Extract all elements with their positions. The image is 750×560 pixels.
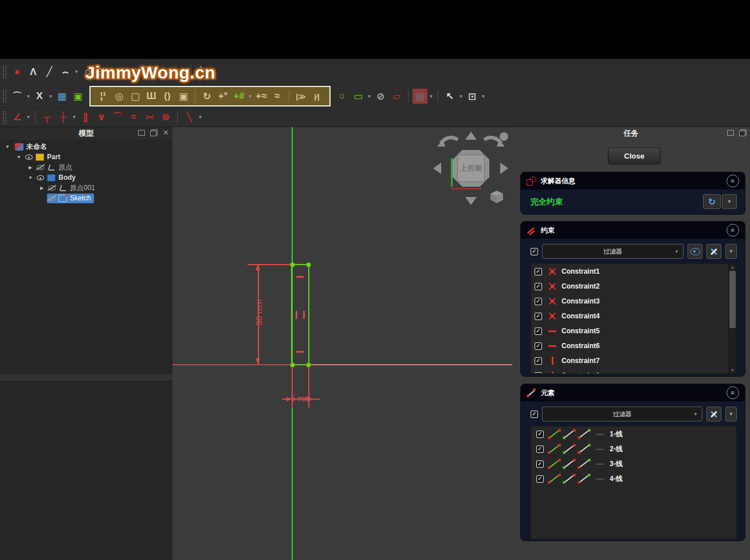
create-arc-icon[interactable]: ⌢	[58, 65, 73, 80]
constraint-checkbox[interactable]: ✓	[535, 268, 542, 275]
collapse-chevron-icon[interactable]: «	[727, 387, 739, 399]
create-polyline-icon[interactable]: Λ	[26, 65, 41, 80]
elements-section-header[interactable]: 元素 «	[521, 384, 745, 401]
collapse-chevron-icon[interactable]: «	[727, 175, 739, 187]
nav-cube-label[interactable]: 上視圖	[457, 155, 485, 182]
fillet-icon[interactable]: ⌒	[10, 89, 25, 104]
constraint-perpendicular-icon[interactable]: ∨	[94, 110, 109, 125]
constraint-checkbox[interactable]: ✓	[535, 328, 542, 335]
visibility-icon[interactable]	[36, 173, 45, 182]
constraint-parallel-icon[interactable]: ∥	[78, 110, 93, 125]
convert-geometry-icon[interactable]: ↻	[199, 89, 214, 104]
constraint-dimension-icon-dropdown[interactable]: ▼	[25, 115, 32, 120]
constraint-equal-icon[interactable]: =	[126, 110, 141, 125]
tree-item-part[interactable]: ▼Part	[0, 152, 172, 162]
constraint-dimension-icon[interactable]: ∠	[10, 110, 25, 125]
visibility-off-icon[interactable]	[48, 184, 57, 192]
join-curves-icon[interactable]: ≈	[270, 89, 285, 104]
bspline-convert-icon[interactable]: ▢	[128, 89, 143, 104]
panel-close-icon[interactable]: ✕	[163, 130, 169, 136]
panel-splitter[interactable]	[0, 374, 172, 380]
trim-edge-icon[interactable]: Χ	[32, 89, 47, 104]
element-row[interactable]: ✓1-线	[531, 427, 736, 441]
constraints-scrollbar[interactable]: ▲ ▼	[728, 264, 736, 373]
scroll-down-icon[interactable]: ▼	[729, 368, 736, 372]
scroll-up-icon[interactable]: ▲	[729, 265, 736, 269]
element-checkbox[interactable]: ✓	[536, 431, 544, 438]
constraint-row[interactable]: ✓Constraint5	[531, 324, 736, 338]
grid-toggle-icon-dropdown[interactable]: ▼	[428, 94, 434, 99]
insert-knot-icon[interactable]: +≈	[254, 89, 269, 104]
element-checkbox[interactable]: ✓	[536, 445, 544, 453]
constraint-checkbox[interactable]: ✓	[535, 357, 542, 365]
element-checkbox[interactable]: ✓	[536, 475, 544, 483]
tree-expander-icon[interactable]: ▼	[25, 175, 36, 180]
bspline-comb-icon[interactable]: Ш	[144, 89, 159, 104]
tree-item-原点[interactable]: ▶原点	[0, 162, 172, 172]
decrease-degree-icon-dropdown[interactable]: ▼	[247, 94, 253, 99]
carbon-copy-icon[interactable]: ▱	[389, 89, 404, 104]
element-checkbox[interactable]: ✓	[536, 460, 544, 468]
tree-item-未命名[interactable]: ▼未命名	[0, 141, 172, 152]
constraint-checkbox[interactable]: ✓	[535, 342, 542, 350]
solver-section-header[interactable]: 求解器信息 «	[521, 172, 745, 190]
tree-item-body[interactable]: ▼Body	[0, 172, 172, 183]
vertex-top-right[interactable]	[306, 262, 311, 267]
rectangle-tool-icon-dropdown[interactable]: ▼	[366, 94, 372, 99]
constraint-symmetric-icon[interactable]: ><	[142, 110, 157, 125]
constraints-settings-button[interactable]	[706, 244, 721, 259]
element-row[interactable]: ✓2-线	[531, 441, 736, 456]
ellipse-tool-icon[interactable]: ⊘	[373, 89, 388, 104]
nav-arrow-up-icon[interactable]	[465, 132, 477, 140]
elements-filter-checkbox[interactable]: ✓	[531, 411, 538, 418]
toolbar-grip[interactable]	[2, 89, 6, 103]
create-arc-icon-dropdown[interactable]: ▼	[73, 69, 80, 74]
dim30-label[interactable]: 30 mm	[254, 290, 264, 336]
nav-arrow-down-icon[interactable]	[465, 197, 477, 205]
panel-float-icon[interactable]	[150, 129, 158, 136]
constraint-checkbox[interactable]: ✓	[535, 283, 542, 290]
nav-arrow-left-icon[interactable]	[433, 163, 441, 174]
constraint-block-icon[interactable]: ⊗	[158, 110, 173, 125]
constraint-distance-y-icon[interactable]: ┬	[40, 110, 54, 125]
decrease-degree-icon[interactable]: +#	[231, 89, 246, 104]
rectangle-tool-icon[interactable]: ▭	[351, 89, 366, 104]
sketch-rectangle[interactable]	[291, 264, 309, 365]
constraint-tangent-icon[interactable]: ⌒	[110, 110, 125, 125]
tree-expander-icon[interactable]: ▼	[14, 155, 24, 160]
vertex-top-left[interactable]	[290, 262, 295, 267]
constraint-row[interactable]: ✓Constraint4	[531, 309, 736, 324]
constraint-row[interactable]: ✓Constraint7	[531, 353, 736, 368]
constraints-filter-checkbox[interactable]: ✓	[531, 248, 538, 255]
bspline-control-polygon-icon[interactable]: ◎	[112, 89, 127, 104]
constraint-row[interactable]: ✓Constraint6	[531, 338, 736, 353]
grid-toggle-icon[interactable]: ▦	[413, 89, 427, 104]
toolbar-grip[interactable]	[2, 111, 6, 124]
tree-item-sketch[interactable]: Sketch	[0, 193, 172, 203]
vertex-bottom-left[interactable]	[290, 362, 295, 368]
merge-sketches-icon[interactable]: ▣	[70, 89, 85, 104]
elements-settings-dropdown[interactable]: ▼	[725, 407, 737, 421]
nav-arrow-right-icon[interactable]	[500, 163, 508, 174]
constraint-checkbox[interactable]: ✓	[535, 372, 542, 374]
constraints-visibility-button[interactable]	[688, 244, 702, 259]
nav-cube-face[interactable]: 上視圖	[453, 150, 489, 187]
bspline-poles-icon[interactable]: ▣	[176, 89, 191, 104]
visibility-off-icon[interactable]	[36, 163, 45, 171]
constraint-row[interactable]: ✓Constraint1	[531, 264, 736, 279]
clone-icon-dropdown[interactable]: ▼	[480, 94, 486, 99]
validate-sketch-icon[interactable]: ▦	[54, 89, 69, 104]
element-row[interactable]: ✓4-线	[531, 471, 736, 486]
constraint-row[interactable]: ✓Constraint8	[531, 368, 736, 374]
sketch-viewport[interactable]: 30 mm 5 mm 上視圖	[172, 127, 512, 560]
tree-expander-icon[interactable]: ▶	[25, 165, 36, 170]
tasks-float-icon[interactable]	[739, 129, 747, 136]
constraint-distance-x-icon[interactable]: ┼	[56, 110, 70, 125]
trim-edge-icon-dropdown[interactable]: ▼	[48, 94, 54, 99]
tree-expander-icon[interactable]: ▶	[37, 186, 47, 191]
split-edge-icon[interactable]: |≫	[293, 89, 308, 104]
constraint-checkbox[interactable]: ✓	[535, 298, 542, 305]
tasks-minimize-icon[interactable]	[727, 130, 734, 136]
constraint-row[interactable]: ✓Constraint2	[531, 279, 736, 294]
constraint-row[interactable]: ✓Constraint3	[531, 294, 736, 309]
